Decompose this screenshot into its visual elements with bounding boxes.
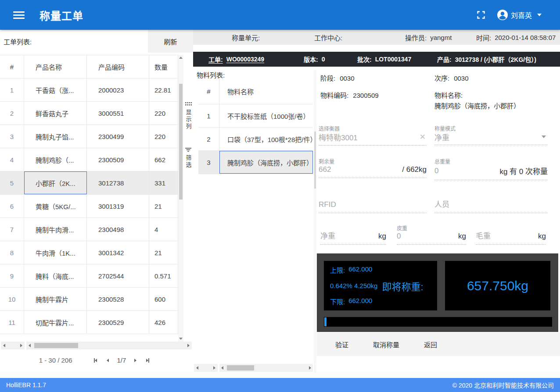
- mode-select[interactable]: [434, 132, 540, 145]
- product-code: 3000551: [87, 102, 149, 125]
- scale-field: 选择衡器 ✕: [319, 125, 427, 146]
- gross-weight-field: kg: [476, 232, 546, 245]
- order-number: WO00003249: [226, 56, 264, 63]
- verify-button[interactable]: 验证: [334, 338, 349, 351]
- scrollbar-thumb[interactable]: [34, 343, 78, 348]
- refresh-button[interactable]: 刷新: [148, 30, 193, 53]
- back-button[interactable]: 返回: [423, 338, 438, 351]
- table-row-selected[interactable]: 5 小郡肝（2K... 3012738 331: [0, 171, 178, 195]
- row-num: 10: [0, 288, 24, 310]
- row-num: 3: [198, 151, 219, 174]
- scrollbar-thumb[interactable]: [227, 365, 254, 371]
- scale-input[interactable]: [319, 133, 419, 145]
- product-code: 2300528: [87, 288, 149, 310]
- row-num: 5: [0, 171, 24, 194]
- scrollbar-thumb[interactable]: [179, 84, 183, 200]
- table-row[interactable]: 2 鲜香菇丸子 3000551 220: [0, 102, 178, 125]
- clear-icon[interactable]: ✕: [419, 132, 427, 145]
- horizontal-scrollbar[interactable]: [26, 342, 192, 349]
- next-page-icon[interactable]: [133, 357, 137, 363]
- horizontal-scrollbar[interactable]: [219, 364, 313, 372]
- page-title: 称量工单: [39, 7, 83, 23]
- fullscreen-icon[interactable]: [477, 11, 485, 19]
- net-weight-input[interactable]: [320, 232, 378, 244]
- frozen-hscrollbar[interactable]: [194, 364, 218, 372]
- table-row[interactable]: 10 腌制牛霖片 2300528 600: [0, 288, 178, 311]
- rfid-input[interactable]: [319, 200, 427, 213]
- filter-button[interactable]: 筛选: [183, 148, 193, 169]
- product-code: 2300509: [87, 148, 149, 171]
- detail-scrollbar[interactable]: [314, 70, 316, 373]
- scroll-left-icon[interactable]: [196, 366, 198, 370]
- last-page-icon[interactable]: [145, 357, 150, 364]
- material-name-label: 物料名称:: [434, 92, 463, 99]
- scroll-right-icon[interactable]: [309, 366, 311, 370]
- version: 版本: 0: [304, 52, 325, 67]
- scroll-right-icon[interactable]: [213, 366, 215, 370]
- product-label: 产品:: [437, 55, 452, 64]
- vertical-scrollbar[interactable]: [178, 55, 183, 342]
- scroll-down-icon[interactable]: [179, 338, 183, 340]
- limits-display: 上限: 662.000 0.642% 4.250kg 即将称重: 下限: 662…: [324, 261, 437, 310]
- tare-weight-input[interactable]: [397, 232, 458, 244]
- weigh-unit-label: 称量单元:: [232, 33, 260, 42]
- show-columns-button[interactable]: 显示列: [183, 102, 193, 130]
- table-row[interactable]: 2 口袋（37型，100根*28把/件）: [198, 128, 313, 151]
- total-weight-input[interactable]: [434, 167, 499, 179]
- prev-page-icon[interactable]: [106, 357, 110, 363]
- current-weight-value: 657.750kg: [467, 278, 528, 293]
- table-row[interactable]: 6 黄糖（5KG/... 3001319 21: [0, 195, 178, 218]
- product-code: 3001342: [87, 241, 149, 264]
- table-row-selected[interactable]: 3 腌制鸡胗（海底捞，小郡肝）: [198, 151, 313, 174]
- table-row[interactable]: 1 不干胶标签纸（1000张/卷）: [198, 104, 313, 128]
- person-input[interactable]: [434, 200, 548, 213]
- table-row[interactable]: 9 腌料（海底... 2702544 0.571: [0, 264, 178, 288]
- operator-value: yangmt: [430, 34, 452, 41]
- filter-icon: [185, 148, 191, 152]
- upper-limit: 上限: 662.000: [330, 265, 437, 274]
- scroll-right-icon[interactable]: [20, 344, 22, 347]
- scale-label: 选择衡器: [319, 125, 427, 131]
- stage-value: 0030: [340, 73, 354, 84]
- table-row[interactable]: 11 切配牛霖片... 2300529 426: [0, 311, 178, 334]
- chevron-down-icon: [537, 14, 542, 16]
- table-row[interactable]: 3 腌制丸子馅... 2300499 220: [0, 125, 178, 148]
- cancel-weigh-button[interactable]: 取消称量: [372, 338, 400, 351]
- gross-weight-input[interactable]: [476, 232, 538, 244]
- scroll-left-icon[interactable]: [29, 344, 31, 347]
- row-num: 8: [0, 241, 24, 264]
- scrollbar-thumb[interactable]: [314, 132, 316, 189]
- table-row[interactable]: 8 牛肉滑（1K... 3001342 21: [0, 241, 178, 264]
- progress-indicator: [324, 317, 327, 326]
- product-code: 2000023: [87, 78, 149, 101]
- remaining-label: 剩余量: [319, 157, 427, 164]
- scroll-right-icon[interactable]: [187, 344, 190, 347]
- user-name: 刘喜英: [511, 10, 532, 20]
- scroll-left-icon[interactable]: [3, 344, 5, 347]
- dropdown-caret-icon[interactable]: [542, 135, 546, 138]
- table-row[interactable]: 4 腌制鸡胗（... 2300509 662: [0, 148, 178, 171]
- weigh-unit: 称量单元:: [232, 30, 260, 45]
- user-menu[interactable]: 刘喜英: [497, 9, 542, 21]
- row-num: 2: [0, 102, 24, 125]
- order-bar: 工单: WO00003249 版本: 0 批次: LOT0001347 产品: …: [193, 52, 560, 67]
- first-page-icon[interactable]: [93, 357, 98, 364]
- page-indicator: 1/7: [117, 356, 126, 364]
- table-row[interactable]: 1 干香菇（涨... 2000023 22.81: [0, 78, 178, 102]
- scroll-up-icon[interactable]: [179, 57, 183, 59]
- batch-value: LOT0001347: [375, 56, 412, 63]
- net-weight-unit: kg: [378, 232, 386, 244]
- product-name: 腌料（海底...: [24, 264, 87, 287]
- pending-weigh-label: 即将称重:: [382, 279, 423, 293]
- menu-icon[interactable]: [11, 10, 26, 21]
- frozen-hscrollbar[interactable]: [1, 342, 25, 349]
- scroll-left-icon[interactable]: [221, 366, 223, 370]
- product-value: 3012738 / (小郡肝（2KG/包）): [455, 55, 536, 64]
- tare-weight-field: 皮重 kg: [397, 224, 466, 245]
- upper-limit-label: 上限:: [330, 265, 345, 274]
- order-link[interactable]: 工单: WO00003249: [208, 52, 264, 67]
- table-row[interactable]: 7 腌制牛肉滑... 2300498 4: [0, 218, 178, 241]
- remaining-input[interactable]: [319, 165, 402, 178]
- operator: 操作员: yangmt: [405, 30, 452, 45]
- tare-weight-label: 皮重: [397, 224, 466, 230]
